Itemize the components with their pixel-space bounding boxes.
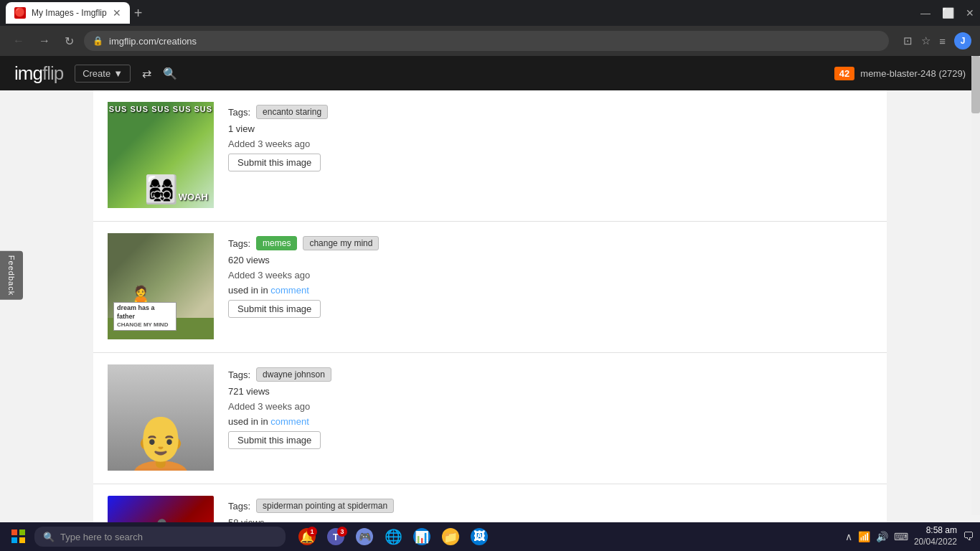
added-date: Added 3 weeks ago (228, 138, 872, 149)
maximize-button[interactable]: ⬜ (942, 7, 954, 19)
start-button[interactable] (6, 527, 32, 547)
taskbar-app-photos[interactable]: 🖼 (466, 524, 492, 550)
entry-info: Tags: memes change my mind 620 views Add… (228, 233, 872, 341)
views-count: 620 views (228, 255, 872, 265)
menu-icon[interactable]: ≡ (939, 35, 946, 47)
minimize-button[interactable]: — (920, 7, 930, 19)
tag-memes[interactable]: memes (256, 236, 297, 250)
list-item: 🧑‍🦲 Tags: dwayne johnson 721 views Added… (93, 353, 887, 484)
date-text: 20/04/2022 (914, 537, 957, 548)
forward-button[interactable]: → (34, 33, 55, 49)
list-item: 🧍 dream has a father CHANGE MY MIND Tags… (93, 222, 887, 353)
back-button[interactable]: ← (9, 33, 29, 49)
new-tab-button[interactable]: + (134, 5, 143, 22)
search-placeholder: Type here to search (60, 532, 143, 542)
image-thumbnail-dream[interactable]: 🧍 dream has a father CHANGE MY MIND (108, 233, 214, 341)
tags-row: Tags: memes change my mind (228, 236, 872, 250)
submit-button[interactable]: Submit this image (228, 154, 321, 171)
browser-window-controls: — ⬜ ✕ (920, 7, 974, 19)
tags-row: Tags: spiderman pointing at spiderman (228, 499, 872, 513)
taskbar-app-barchart[interactable]: 📊 (409, 524, 435, 550)
time-text: 8:58 am (914, 525, 957, 537)
close-button[interactable]: ✕ (966, 7, 974, 19)
star-icon[interactable]: ☆ (921, 34, 930, 47)
volume-icon[interactable]: 🔊 (876, 531, 888, 542)
profile-avatar[interactable]: J (954, 32, 971, 50)
entry-info: Tags: dwayne johnson 721 views Added 3 w… (228, 364, 872, 472)
main-content: SUS SUS SUS SUS SUS 👩‍👩‍👧‍👦 WOAH Tags: e… (93, 90, 887, 551)
username-display[interactable]: meme-blaster-248 (2729) (860, 68, 966, 79)
points-badge: 42 (834, 67, 854, 80)
cast-icon[interactable]: ⊡ (903, 34, 913, 47)
feedback-tab[interactable]: Feedback (0, 251, 23, 300)
tag-encanto-staring[interactable]: encanto staring (256, 105, 328, 119)
comment-link[interactable]: comment (270, 285, 308, 296)
taskbar-app-files[interactable]: 📁 (438, 524, 463, 550)
taskbar-apps: 🔔 1 T 3 🎮 🌐 📊 📁 🖼 (294, 524, 492, 550)
tab-favicon: 🔴 (14, 7, 26, 19)
taskbar: 🔍 Type here to search 🔔 1 T 3 🎮 🌐 📊 📁 🖼 (0, 522, 980, 551)
tag-dwayne-johnson[interactable]: dwayne johnson (256, 367, 331, 382)
search-icon: 🔍 (43, 532, 55, 542)
tab-title: My Images - Imgflip (32, 8, 107, 18)
browser-tab[interactable]: 🔴 My Images - Imgflip ✕ (6, 2, 130, 24)
views-count: 1 view (228, 123, 872, 134)
create-button[interactable]: Create ▼ (75, 65, 131, 83)
meme-bottom-text: WOAH (179, 192, 208, 202)
added-date: Added 3 weeks ago (228, 401, 872, 412)
used-in-text: used in in comment (228, 416, 872, 427)
entry-info: Tags: encanto staring 1 view Added 3 wee… (228, 102, 872, 209)
address-bar-row: ← → ↻ 🔒 imgflip.com/creations ⊡ ☆ ≡ J (0, 26, 980, 56)
address-right-icons: ⊡ ☆ ≡ J (903, 32, 971, 50)
tags-label: Tags: (228, 501, 250, 512)
tags-row: Tags: dwayne johnson (228, 367, 872, 382)
lock-icon: 🔒 (93, 36, 103, 46)
used-in-text: used in in comment (228, 285, 872, 296)
address-text: imgflip.com/creations (109, 36, 197, 47)
views-count: 721 views (228, 386, 872, 397)
image-thumbnail-dwayne[interactable]: 🧑‍🦲 (108, 364, 214, 472)
imgflip-header: imgflip Create ▼ ⇄ 🔍 42 meme-blaster-248… (0, 56, 980, 90)
tags-row: Tags: encanto staring (228, 105, 872, 119)
refresh-button[interactable]: ↻ (60, 33, 78, 50)
taskbar-search[interactable]: 🔍 Type here to search (34, 527, 286, 547)
clock-display[interactable]: 8:58 am 20/04/2022 (914, 525, 957, 547)
tags-label: Tags: (228, 369, 250, 380)
network-icon: 📶 (858, 531, 870, 542)
tags-label: Tags: (228, 107, 250, 118)
taskbar-system-icons: ∧ 📶 🔊 ⌨ (845, 531, 908, 542)
submit-button[interactable]: Submit this image (228, 300, 321, 318)
taskbar-right: ∧ 📶 🔊 ⌨ 8:58 am 20/04/2022 🗨 (845, 525, 974, 547)
scrollbar-thumb[interactable] (971, 56, 980, 113)
meme-top-text: SUS SUS SUS SUS SUS (108, 105, 214, 113)
list-item: SUS SUS SUS SUS SUS 👩‍👩‍👧‍👦 WOAH Tags: e… (93, 90, 887, 222)
address-box[interactable]: 🔒 imgflip.com/creations (84, 31, 889, 51)
added-date: Added 3 weeks ago (228, 270, 872, 281)
header-right: 42 meme-blaster-248 (2729) (834, 67, 966, 80)
arrow-up-icon[interactable]: ∧ (845, 531, 852, 542)
windows-logo-icon (11, 529, 26, 544)
tag-change-my-mind[interactable]: change my mind (303, 236, 379, 250)
image-thumbnail-encanto[interactable]: SUS SUS SUS SUS SUS 👩‍👩‍👧‍👦 WOAH (108, 102, 214, 209)
submit-button[interactable]: Submit this image (228, 431, 321, 449)
shuffle-icon[interactable]: ⇄ (142, 67, 151, 80)
taskbar-app-discord[interactable]: 🎮 (352, 524, 377, 550)
taskbar-app-notifications[interactable]: 🔔 1 (294, 524, 320, 550)
search-icon[interactable]: 🔍 (163, 67, 177, 80)
notification-panel-icon[interactable]: 🗨 (963, 530, 974, 543)
comment-link[interactable]: comment (270, 416, 308, 427)
tags-label: Tags: (228, 238, 250, 249)
taskbar-app-chrome[interactable]: 🌐 (380, 524, 406, 550)
tab-close-button[interactable]: ✕ (113, 7, 121, 19)
taskbar-app-teams[interactable]: T 3 (323, 524, 349, 550)
imgflip-logo[interactable]: imgflip (14, 62, 63, 85)
keyboard-icon: ⌨ (894, 531, 908, 542)
scrollbar-track (971, 56, 980, 515)
tag-spiderman[interactable]: spiderman pointing at spiderman (256, 499, 394, 513)
browser-titlebar: 🔴 My Images - Imgflip ✕ + — ⬜ ✕ (0, 0, 980, 26)
